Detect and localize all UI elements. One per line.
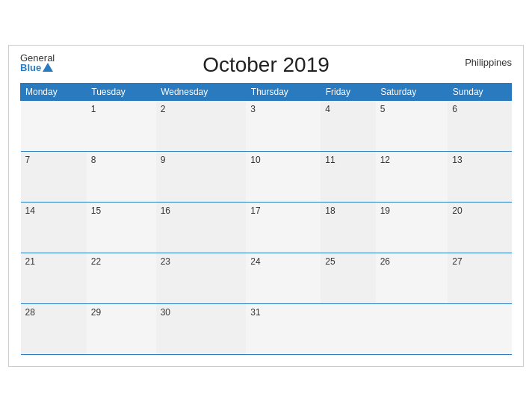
header-friday: Friday — [321, 83, 375, 100]
day-number: 14 — [25, 206, 35, 216]
calendar-grid: Monday Tuesday Wednesday Thursday Friday… — [20, 83, 512, 355]
calendar-day-cell: 10 — [246, 151, 321, 202]
day-number: 19 — [380, 206, 390, 216]
calendar-day-cell: 26 — [376, 253, 448, 303]
calendar-day-cell: 30 — [156, 303, 247, 354]
calendar-day-cell: 12 — [376, 151, 448, 202]
logo-blue-text: Blue — [20, 63, 55, 72]
calendar-day-cell: 4 — [321, 100, 375, 151]
calendar-day-cell — [321, 303, 375, 354]
calendar-day-cell: 13 — [448, 151, 511, 202]
calendar-day-cell: 16 — [156, 202, 247, 253]
day-number: 28 — [25, 307, 35, 318]
header-sunday: Sunday — [448, 83, 511, 100]
calendar-day-cell: 14 — [21, 202, 87, 253]
day-number: 11 — [325, 155, 335, 165]
day-number: 22 — [91, 256, 101, 267]
calendar-day-cell: 20 — [448, 202, 511, 253]
calendar-week-row: 78910111213 — [21, 151, 512, 202]
day-number: 1 — [91, 104, 96, 114]
day-number: 6 — [452, 104, 457, 114]
calendar-day-cell — [448, 303, 511, 354]
calendar-week-row: 21222324252627 — [21, 253, 512, 303]
calendar-day-cell: 28 — [21, 303, 87, 354]
day-number: 30 — [161, 307, 170, 318]
day-number: 17 — [250, 206, 260, 216]
day-number: 2 — [161, 104, 166, 114]
calendar-title: October 2019 — [202, 53, 330, 77]
calendar-day-cell: 29 — [87, 303, 156, 354]
logo-triangle-icon — [43, 63, 53, 72]
day-number: 26 — [380, 256, 390, 267]
calendar-day-cell: 25 — [321, 253, 375, 303]
calendar-day-cell: 5 — [376, 100, 448, 151]
day-number: 21 — [25, 256, 35, 267]
day-number: 9 — [161, 155, 166, 165]
country-label: Philippines — [465, 57, 512, 68]
day-number: 5 — [380, 104, 386, 114]
header-thursday: Thursday — [246, 83, 321, 100]
calendar-day-cell: 23 — [156, 253, 247, 303]
calendar-day-cell: 18 — [321, 202, 375, 253]
calendar-day-cell — [21, 100, 87, 151]
calendar-day-cell: 7 — [21, 151, 87, 202]
calendar-day-cell: 24 — [246, 253, 321, 303]
day-number: 23 — [161, 256, 170, 267]
header-tuesday: Tuesday — [87, 83, 156, 100]
calendar-day-cell: 1 — [87, 100, 156, 151]
logo: General Blue — [20, 53, 55, 72]
calendar-day-cell: 27 — [448, 253, 511, 303]
calendar-body: 1234567891011121314151617181920212223242… — [21, 100, 512, 354]
day-number: 8 — [91, 155, 96, 165]
header-wednesday: Wednesday — [156, 83, 247, 100]
day-number: 12 — [380, 155, 390, 165]
day-number: 18 — [325, 206, 335, 216]
calendar-day-cell: 31 — [246, 303, 321, 354]
calendar-day-cell: 6 — [448, 100, 511, 151]
day-number: 13 — [452, 155, 462, 165]
logo-general-text: General — [20, 53, 55, 63]
calendar-container: General Blue October 2019 Philippines Mo… — [8, 45, 524, 367]
calendar-week-row: 123456 — [21, 100, 512, 151]
calendar-week-row: 28293031 — [21, 303, 512, 354]
calendar-day-cell: 15 — [87, 202, 156, 253]
calendar-day-cell: 9 — [156, 151, 247, 202]
day-number: 7 — [25, 155, 31, 165]
day-number: 31 — [250, 307, 260, 318]
day-number: 15 — [91, 206, 101, 216]
calendar-day-cell — [376, 303, 448, 354]
weekday-header-row: Monday Tuesday Wednesday Thursday Friday… — [21, 83, 512, 100]
header-monday: Monday — [21, 83, 87, 100]
day-number: 27 — [452, 256, 462, 267]
calendar-header: General Blue October 2019 Philippines — [20, 53, 512, 77]
header-saturday: Saturday — [376, 83, 448, 100]
day-number: 20 — [452, 206, 462, 216]
day-number: 29 — [91, 307, 101, 318]
calendar-day-cell: 8 — [87, 151, 156, 202]
calendar-week-row: 14151617181920 — [21, 202, 512, 253]
day-number: 25 — [325, 256, 335, 267]
day-number: 10 — [250, 155, 260, 165]
day-number: 4 — [325, 104, 330, 114]
calendar-day-cell: 21 — [21, 253, 87, 303]
calendar-day-cell: 2 — [156, 100, 247, 151]
day-number: 3 — [250, 104, 256, 114]
calendar-day-cell: 3 — [246, 100, 321, 151]
day-number: 24 — [250, 256, 260, 267]
day-number: 16 — [161, 206, 170, 216]
calendar-day-cell: 11 — [321, 151, 375, 202]
calendar-day-cell: 17 — [246, 202, 321, 253]
calendar-day-cell: 19 — [376, 202, 448, 253]
calendar-day-cell: 22 — [87, 253, 156, 303]
